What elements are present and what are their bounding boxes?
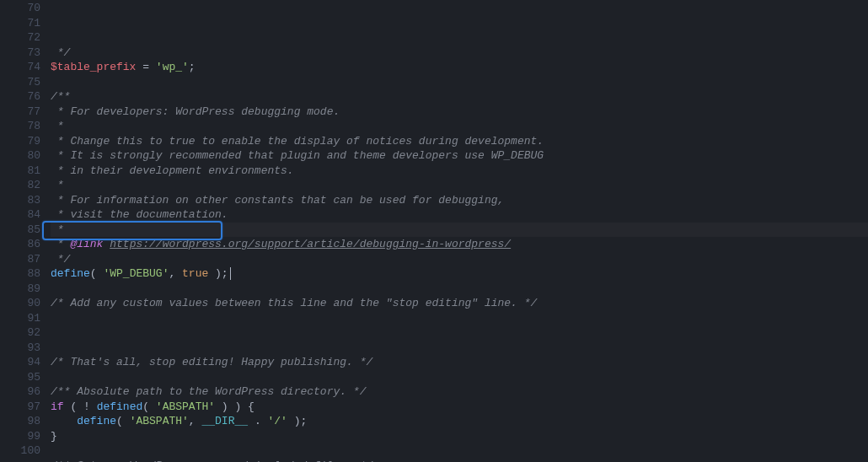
code-line[interactable]: */ — [51, 252, 868, 267]
line-number: 78 — [0, 119, 40, 134]
line-number: 96 — [0, 384, 40, 400]
code-line[interactable] — [51, 341, 868, 356]
code-line[interactable]: * @link https://wordpress.org/support/ar… — [51, 237, 868, 252]
line-number: 94 — [0, 355, 40, 370]
line-number: 74 — [0, 60, 40, 75]
code-area[interactable]: */$table_prefix = 'wp_';/** * For develo… — [51, 0, 868, 462]
line-number: 91 — [0, 311, 40, 326]
line-number: 77 — [0, 105, 40, 120]
line-number: 86 — [0, 237, 40, 252]
code-editor[interactable]: 7071727374757677787980818283848586878889… — [0, 0, 868, 462]
line-number: 92 — [0, 325, 40, 341]
code-line[interactable] — [51, 370, 868, 385]
line-number: 82 — [0, 178, 40, 193]
code-line[interactable] — [51, 75, 868, 90]
code-line[interactable]: /* That's all, stop editing! Happy publi… — [51, 355, 868, 370]
code-line[interactable]: /** Absolute path to the WordPress direc… — [51, 384, 868, 400]
line-number: 81 — [0, 164, 40, 179]
line-number: 97 — [0, 400, 40, 415]
line-number: 87 — [0, 252, 40, 267]
line-number-gutter: 7071727374757677787980818283848586878889… — [0, 0, 51, 462]
code-line[interactable]: /** Sets up WordPress vars and included … — [51, 459, 868, 463]
code-line[interactable]: * — [51, 119, 868, 134]
line-number: 79 — [0, 134, 40, 149]
code-line[interactable]: * — [51, 223, 868, 238]
line-number: 88 — [0, 266, 40, 282]
code-line[interactable]: define( 'ABSPATH', __DIR__ . '/' ); — [51, 414, 868, 429]
line-number: 98 — [0, 414, 40, 429]
line-number: 85 — [0, 223, 40, 238]
code-line[interactable]: */ — [51, 46, 868, 61]
code-line[interactable]: * For developers: WordPress debugging mo… — [51, 105, 868, 120]
code-line[interactable]: * It is strongly recommended that plugin… — [51, 148, 868, 164]
line-number: 70 — [0, 1, 40, 16]
line-number: 72 — [0, 30, 40, 46]
line-number: 95 — [0, 370, 40, 385]
line-number: 76 — [0, 89, 40, 105]
line-number: 73 — [0, 46, 40, 61]
code-line[interactable] — [51, 282, 868, 297]
line-number: 89 — [0, 282, 40, 297]
line-number: 83 — [0, 193, 40, 208]
code-line[interactable]: } — [51, 429, 868, 444]
code-line[interactable]: * in their development environments. — [51, 164, 868, 179]
line-number: 80 — [0, 148, 40, 164]
code-line[interactable]: /* Add any custom values between this li… — [51, 296, 868, 311]
line-number: 99 — [0, 429, 40, 444]
code-line[interactable]: if ( ! defined( 'ABSPATH' ) ) { — [51, 400, 868, 415]
code-line[interactable]: * — [51, 178, 868, 193]
code-line[interactable] — [51, 311, 868, 326]
line-number: 93 — [0, 341, 40, 356]
code-line[interactable] — [51, 443, 868, 459]
code-line[interactable]: define( 'WP_DEBUG', true ); — [51, 266, 868, 282]
code-line[interactable]: $table_prefix = 'wp_'; — [51, 60, 868, 75]
code-line[interactable] — [51, 325, 868, 341]
line-number: 71 — [0, 16, 40, 31]
code-line[interactable]: * For information on other constants tha… — [51, 193, 868, 208]
code-line[interactable]: /** — [51, 89, 868, 105]
line-number: 75 — [0, 75, 40, 90]
code-line[interactable]: * visit the documentation. — [51, 207, 868, 223]
line-number: 100 — [0, 443, 40, 459]
code-line[interactable]: * Change this to true to enable the disp… — [51, 134, 868, 149]
line-number: 90 — [0, 296, 40, 311]
line-number: 84 — [0, 207, 40, 223]
